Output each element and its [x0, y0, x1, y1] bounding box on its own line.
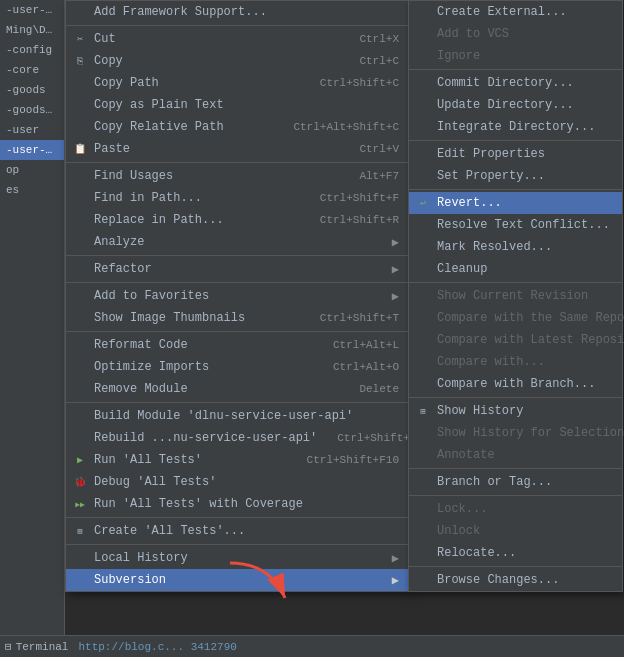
separator-3 — [66, 255, 409, 256]
submenu-set-property[interactable]: Set Property... — [409, 165, 622, 187]
menu-rebuild-label: Rebuild ...nu-service-user-api' — [94, 431, 317, 445]
menu-copy[interactable]: ⎘ Copy Ctrl+C — [66, 50, 409, 72]
menu-cut-shortcut: Ctrl+X — [359, 33, 399, 45]
menu-create-label: Create 'All Tests'... — [94, 524, 399, 538]
menu-show-thumbnails-label: Show Image Thumbnails — [94, 311, 300, 325]
menu-analyze[interactable]: Analyze ▶ — [66, 231, 409, 253]
submenu-integrate-dir[interactable]: Integrate Directory... — [409, 116, 622, 138]
sidebar-item-user-api[interactable]: -user-api — [0, 140, 64, 160]
revert-icon: ↩ — [415, 195, 431, 211]
menu-copy-label: Copy — [94, 54, 339, 68]
submenu-commit-dir[interactable]: Commit Directory... — [409, 72, 622, 94]
menu-paste[interactable]: 📋 Paste Ctrl+V — [66, 138, 409, 160]
submenu-add-to-vcs[interactable]: Add to VCS — [409, 23, 622, 45]
submenu-cleanup[interactable]: Cleanup — [409, 258, 622, 280]
menu-refactor-label: Refactor — [94, 262, 387, 276]
sidebar-item-user[interactable]: -user — [0, 120, 64, 140]
sidebar: -user-api Ming\Desk -config -core -goods… — [0, 0, 65, 657]
submenu-compare-branch[interactable]: Compare with Branch... — [409, 373, 622, 395]
analyze-arrow-icon: ▶ — [392, 235, 399, 250]
submenu-show-current-rev[interactable]: Show Current Revision — [409, 285, 622, 307]
sidebar-item-goods-api[interactable]: -goods-ap — [0, 100, 64, 120]
submenu-edit-props[interactable]: Edit Properties — [409, 143, 622, 165]
menu-add-favorites-label: Add to Favorites — [94, 289, 387, 303]
submenu-edit-props-label: Edit Properties — [437, 147, 612, 161]
menu-rebuild[interactable]: Rebuild ...nu-service-user-api' Ctrl+Shi… — [66, 427, 409, 449]
submenu-show-history[interactable]: ⊞ Show History — [409, 400, 622, 422]
submenu-sep-4 — [409, 282, 622, 283]
sidebar-item-goods[interactable]: -goods — [0, 80, 64, 100]
copy-icon: ⎘ — [72, 53, 88, 69]
menu-refactor[interactable]: Refactor ▶ — [66, 258, 409, 280]
bottom-bar: ⊟ Terminal http://blog. c... 3412790 — [0, 635, 624, 657]
sidebar-item-1[interactable]: Ming\Desk — [0, 20, 64, 40]
menu-add-framework-label: Add Framework Support... — [94, 5, 399, 19]
submenu-relocate[interactable]: Relocate... — [409, 542, 622, 564]
url-text: http://blog. — [78, 641, 157, 653]
menu-find-in-path[interactable]: Find in Path... Ctrl+Shift+F — [66, 187, 409, 209]
menu-add-favorites[interactable]: Add to Favorites ▶ — [66, 285, 409, 307]
submenu-browse-label: Browse Changes... — [437, 573, 612, 587]
submenu-annotate-label: Annotate — [437, 448, 612, 462]
submenu-annotate[interactable]: Annotate — [409, 444, 622, 466]
menu-optimize-imports[interactable]: Optimize Imports Ctrl+Alt+O — [66, 356, 409, 378]
sidebar-item-core[interactable]: -core — [0, 60, 64, 80]
menu-build-module[interactable]: Build Module 'dlnu-service-user-api' — [66, 405, 409, 427]
sidebar-item-0[interactable]: -user-api — [0, 0, 64, 20]
submenu-compare-latest[interactable]: Compare with Latest Reposit... — [409, 329, 622, 351]
menu-create-all-tests[interactable]: ⊞ Create 'All Tests'... — [66, 520, 409, 542]
menu-find-usages[interactable]: Find Usages Alt+F7 — [66, 165, 409, 187]
menu-debug-all-tests[interactable]: 🐞 Debug 'All Tests' — [66, 471, 409, 493]
submenu-branch-tag[interactable]: Branch or Tag... — [409, 471, 622, 493]
menu-copy-path-label: Copy Path — [94, 76, 300, 90]
submenu-resolve-conflict[interactable]: Resolve Text Conflict... — [409, 214, 622, 236]
submenu-sep-2 — [409, 140, 622, 141]
submenu-compare-with-label: Compare with... — [437, 355, 612, 369]
submenu-compare-same-repo[interactable]: Compare with the Same Repo... — [409, 307, 622, 329]
separator-5 — [66, 331, 409, 332]
submenu-ignore[interactable]: Ignore — [409, 45, 622, 67]
cut-icon: ✂ — [72, 31, 88, 47]
menu-analyze-label: Analyze — [94, 235, 387, 249]
submenu-lock[interactable]: Lock... — [409, 498, 622, 520]
menu-run-all-tests[interactable]: ▶ Run 'All Tests' Ctrl+Shift+F10 — [66, 449, 409, 471]
submenu-relocate-label: Relocate... — [437, 546, 612, 560]
submenu-sep-3 — [409, 189, 622, 190]
menu-replace-in-path[interactable]: Replace in Path... Ctrl+Shift+R — [66, 209, 409, 231]
terminal-tab[interactable]: ⊟ Terminal — [5, 640, 68, 653]
submenu-lock-label: Lock... — [437, 502, 612, 516]
submenu-show-history-sel-label: Show History for Selection — [437, 426, 624, 440]
separator-1 — [66, 25, 409, 26]
submenu-compare-same-label: Compare with the Same Repo... — [437, 311, 624, 325]
submenu-revert[interactable]: ↩ Revert... — [409, 192, 622, 214]
submenu-update-dir[interactable]: Update Directory... — [409, 94, 622, 116]
sidebar-item-es[interactable]: es — [0, 180, 64, 200]
menu-add-framework[interactable]: Add Framework Support... — [66, 1, 409, 23]
menu-remove-module[interactable]: Remove Module Delete — [66, 378, 409, 400]
menu-run-coverage[interactable]: ▶▶ Run 'All Tests' with Coverage — [66, 493, 409, 515]
submenu-sep-8 — [409, 566, 622, 567]
submenu-compare-with[interactable]: Compare with... — [409, 351, 622, 373]
menu-reformat-code[interactable]: Reformat Code Ctrl+Alt+L — [66, 334, 409, 356]
sidebar-item-op[interactable]: op — [0, 160, 64, 180]
submenu-show-history-sel[interactable]: Show History for Selection — [409, 422, 622, 444]
submenu-mark-resolved[interactable]: Mark Resolved... — [409, 236, 622, 258]
menu-copy-relative[interactable]: Copy Relative Path Ctrl+Alt+Shift+C — [66, 116, 409, 138]
menu-copy-plain[interactable]: Copy as Plain Text — [66, 94, 409, 116]
menu-optimize-shortcut: Ctrl+Alt+O — [333, 361, 399, 373]
menu-copy-plain-label: Copy as Plain Text — [94, 98, 399, 112]
subversion-arrow-icon: ▶ — [392, 573, 399, 588]
menu-show-thumbnails[interactable]: Show Image Thumbnails Ctrl+Shift+T — [66, 307, 409, 329]
submenu-unlock[interactable]: Unlock — [409, 520, 622, 542]
submenu-browse-changes[interactable]: Browse Changes... — [409, 569, 622, 591]
separator-4 — [66, 282, 409, 283]
menu-run-label: Run 'All Tests' — [94, 453, 287, 467]
sidebar-item-config[interactable]: -config — [0, 40, 64, 60]
submenu-commit-label: Commit Directory... — [437, 76, 612, 90]
menu-cut[interactable]: ✂ Cut Ctrl+X — [66, 28, 409, 50]
menu-copy-path[interactable]: Copy Path Ctrl+Shift+C — [66, 72, 409, 94]
menu-replace-in-path-shortcut: Ctrl+Shift+R — [320, 214, 399, 226]
menu-find-usages-label: Find Usages — [94, 169, 339, 183]
terminal-label: Terminal — [16, 641, 69, 653]
submenu-create-external[interactable]: Create External... — [409, 1, 622, 23]
